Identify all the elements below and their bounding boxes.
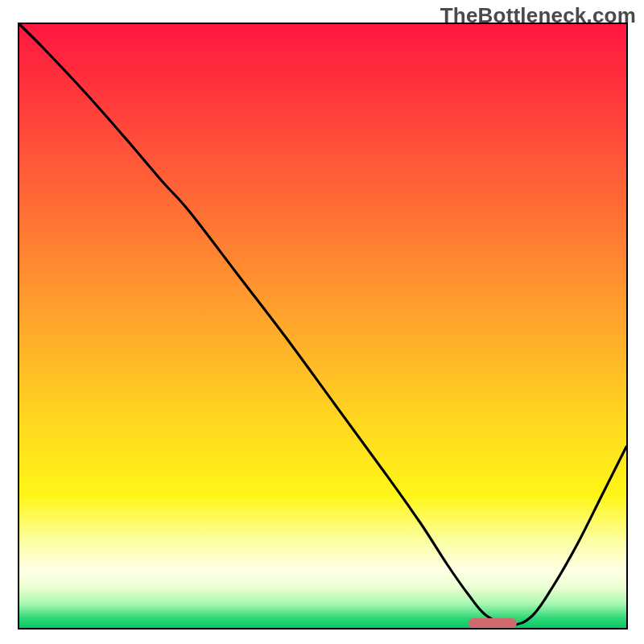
- optimal-range-marker: [469, 618, 517, 628]
- plot-area: [18, 23, 628, 630]
- watermark-text: TheBottleneck.com: [440, 3, 636, 28]
- curve-layer: [19, 24, 626, 628]
- chart-frame: TheBottleneck.com: [0, 0, 644, 644]
- bottleneck-curve: [19, 24, 626, 625]
